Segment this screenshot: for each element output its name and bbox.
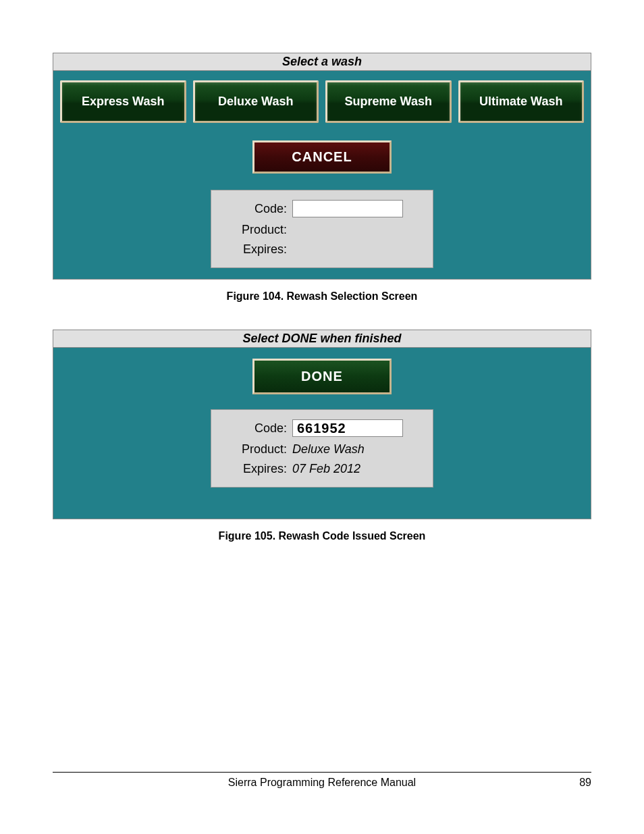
- panel-title: Select DONE when finished: [53, 330, 591, 348]
- cancel-button[interactable]: CANCEL: [252, 140, 392, 174]
- expires-value: 07 Feb 2012: [292, 462, 425, 476]
- product-label: Product:: [219, 223, 292, 237]
- done-button[interactable]: DONE: [252, 359, 392, 394]
- wash-options-row: Express Wash Deluxe Wash Supreme Wash Ul…: [53, 71, 591, 132]
- deluxe-wash-button[interactable]: Deluxe Wash: [193, 80, 319, 123]
- code-input[interactable]: [292, 200, 403, 217]
- expires-label: Expires:: [219, 462, 292, 476]
- footer-title: Sierra Programming Reference Manual: [107, 777, 537, 789]
- figure-caption-104: Figure 104. Rewash Selection Screen: [53, 280, 591, 330]
- page-footer: Sierra Programming Reference Manual 89: [53, 772, 591, 789]
- product-value: Deluxe Wash: [292, 442, 425, 457]
- product-label: Product:: [219, 442, 292, 457]
- supreme-wash-button[interactable]: Supreme Wash: [325, 80, 452, 123]
- rewash-code-issued-panel: Select DONE when finished DONE Code: 661…: [53, 330, 591, 519]
- code-value: 661952: [292, 419, 403, 437]
- footer-page-number: 89: [537, 777, 591, 789]
- code-info-box: Code: Product: Expires:: [211, 190, 433, 268]
- express-wash-button[interactable]: Express Wash: [60, 80, 186, 123]
- panel-title: Select a wash: [53, 53, 591, 71]
- code-label: Code:: [219, 202, 292, 216]
- rewash-selection-panel: Select a wash Express Wash Deluxe Wash S…: [53, 53, 591, 280]
- expires-label: Expires:: [219, 242, 292, 257]
- ultimate-wash-button[interactable]: Ultimate Wash: [458, 80, 585, 123]
- code-label: Code:: [219, 421, 292, 436]
- figure-caption-105: Figure 105. Rewash Code Issued Screen: [53, 519, 591, 569]
- code-info-box: Code: 661952 Product: Deluxe Wash Expire…: [211, 409, 433, 488]
